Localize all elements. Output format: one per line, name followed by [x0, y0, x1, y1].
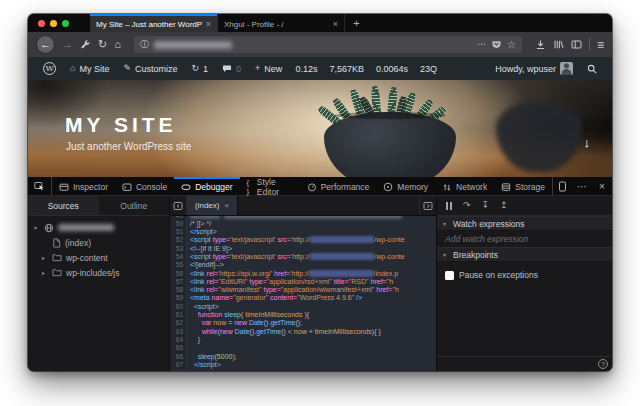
tab-xhgui[interactable]: Xhgui - Profile - / ×: [217, 14, 344, 32]
tab-outline[interactable]: Outline: [99, 196, 170, 215]
wp-account-menu[interactable]: Howdy, wpuser: [488, 57, 580, 80]
wp-logo-menu[interactable]: W: [36, 57, 63, 80]
close-file-icon[interactable]: ×: [224, 201, 229, 210]
code-line[interactable]: 50/* ]]> */: [170, 220, 436, 228]
wp-site-menu[interactable]: ⌂ My Site: [63, 57, 116, 80]
watch-expressions-header[interactable]: ▾ Watch expressions: [437, 216, 612, 231]
tab-memory[interactable]: Memory: [376, 177, 435, 195]
collapse-sources-icon[interactable]: [170, 196, 187, 215]
pocket-icon[interactable]: [491, 39, 502, 50]
wp-comments-button[interactable]: 0: [215, 57, 248, 80]
downloads-icon[interactable]: [535, 39, 546, 50]
pause-on-exceptions-row[interactable]: Pause on exceptions: [437, 270, 612, 280]
line-number[interactable]: 53: [170, 245, 187, 253]
line-number[interactable]: 64: [170, 336, 187, 344]
code-line[interactable]: 56<link rel='https://api.w.org/' href='h…: [170, 270, 436, 278]
code-line[interactable]: 65: [170, 344, 436, 352]
page-actions-icon[interactable]: ⋯: [477, 40, 486, 49]
expand-panes-icon[interactable]: [419, 196, 436, 215]
help-icon[interactable]: ?: [598, 359, 608, 369]
code-line[interactable]: 57<link rel="EditURI" type="application/…: [170, 278, 436, 286]
wp-new-button[interactable]: + New: [248, 57, 289, 80]
sidebar-toggle-icon[interactable]: [571, 39, 582, 50]
tab-network[interactable]: Network: [435, 177, 494, 195]
line-number[interactable]: 60: [170, 303, 187, 311]
code-line[interactable]: 67 </script>: [170, 361, 436, 369]
tree-item-index[interactable]: (index): [28, 235, 169, 250]
tree-item-wp-content[interactable]: ▸ wp-content: [28, 250, 169, 265]
new-tab-button[interactable]: +: [344, 14, 368, 32]
line-number[interactable]: 58: [170, 286, 187, 294]
code-line[interactable]: 52<script type='text/javascript' src='ht…: [170, 236, 436, 244]
wp-search-button[interactable]: [580, 57, 604, 80]
line-number[interactable]: 56: [170, 270, 187, 278]
code-editor[interactable]: 49██████ ███████████████████████████████…: [170, 216, 436, 371]
site-title[interactable]: MY SITE: [65, 113, 177, 137]
line-number[interactable]: 65: [170, 344, 187, 352]
line-number[interactable]: 51: [170, 228, 187, 236]
chevron-right-icon[interactable]: ▸: [42, 254, 48, 261]
code-line[interactable]: 60 <script>: [170, 303, 436, 311]
tab-debugger[interactable]: Debugger: [174, 177, 239, 195]
add-watch-expression-input[interactable]: Add watch expression: [437, 231, 612, 247]
line-number[interactable]: 67: [170, 361, 187, 369]
forward-button[interactable]: →: [62, 39, 73, 50]
close-window-button[interactable]: [38, 20, 45, 27]
tab-my-site[interactable]: My Site – Just another WordPress s ×: [90, 14, 217, 32]
code-line[interactable]: 63 while(new Date().getTime() < now + ti…: [170, 328, 436, 336]
code-line[interactable]: 58<link rel="wlwmanifest" type="applicat…: [170, 286, 436, 294]
chevron-right-icon[interactable]: ▸: [42, 269, 48, 276]
code-line[interactable]: 61 function sleep( timeInMilliseconds ){: [170, 311, 436, 319]
line-number[interactable]: 62: [170, 319, 187, 327]
scroll-down-arrow[interactable]: ↓: [584, 135, 591, 150]
pick-element-button[interactable]: [28, 177, 52, 195]
step-in-icon[interactable]: ↧: [482, 201, 490, 210]
line-number[interactable]: 54: [170, 253, 187, 261]
code-line[interactable]: 64 }: [170, 336, 436, 344]
step-out-icon[interactable]: ↥: [500, 201, 508, 210]
tree-item-domain[interactable]: ▾: [28, 220, 169, 235]
pause-icon[interactable]: [446, 202, 452, 210]
site-info-icon[interactable]: ⓘ: [140, 40, 149, 49]
reload-button[interactable]: ↻: [98, 39, 107, 50]
close-tab-icon[interactable]: ×: [206, 19, 211, 29]
responsive-mode-icon[interactable]: [552, 177, 572, 195]
code-line[interactable]: 59<meta name="generator" content="WordPr…: [170, 294, 436, 302]
tab-style-editor[interactable]: { } Style Editor: [240, 177, 300, 195]
code-line[interactable]: 53<!--[if lt IE 9]>: [170, 245, 436, 253]
wp-customize-button[interactable]: ✎ Customize: [116, 57, 184, 80]
bookmark-star-icon[interactable]: ☆: [507, 40, 516, 50]
tree-item-wp-includes[interactable]: ▸ wp-includes/js: [28, 265, 169, 280]
step-over-icon[interactable]: ↷: [463, 201, 471, 210]
back-button[interactable]: ←: [36, 35, 55, 54]
line-number[interactable]: 50: [170, 220, 187, 228]
tab-performance[interactable]: Performance: [300, 177, 377, 195]
devtools-more-icon[interactable]: ⋯: [572, 177, 592, 195]
library-icon[interactable]: [553, 39, 564, 50]
code-line[interactable]: 54<script type='text/javascript' src='ht…: [170, 253, 436, 261]
menu-icon[interactable]: ≡: [597, 39, 604, 51]
line-number[interactable]: 57: [170, 278, 187, 286]
chevron-down-icon[interactable]: ▾: [34, 224, 40, 231]
zoom-window-button[interactable]: [62, 20, 69, 27]
line-number[interactable]: 52: [170, 236, 187, 244]
code-line[interactable]: 51</script>: [170, 228, 436, 236]
line-number[interactable]: 55: [170, 261, 187, 269]
code-line[interactable]: 62 var now = new Date().getTime();: [170, 319, 436, 327]
close-tab-icon[interactable]: ×: [333, 19, 338, 29]
tab-storage[interactable]: Storage: [494, 177, 552, 195]
line-number[interactable]: 63: [170, 328, 187, 336]
code-line[interactable]: 66 sleep(5000);: [170, 353, 436, 361]
line-number[interactable]: 61: [170, 311, 187, 319]
address-bar[interactable]: ⓘ ⋯ ☆: [134, 36, 522, 53]
home-button[interactable]: ⌂: [114, 39, 121, 50]
line-number[interactable]: 59: [170, 294, 187, 302]
tab-sources[interactable]: Sources: [28, 196, 99, 215]
breakpoints-header[interactable]: ▾ Breakpoints: [437, 247, 612, 262]
tab-inspector[interactable]: Inspector: [52, 177, 115, 195]
wp-updates-button[interactable]: ↻ 1: [185, 57, 216, 80]
wrench-icon[interactable]: [80, 39, 91, 50]
code-line[interactable]: 55<![endif]-->: [170, 261, 436, 269]
editor-tab-index[interactable]: (index) ×: [187, 196, 238, 215]
tab-console[interactable]: Console: [115, 177, 174, 195]
